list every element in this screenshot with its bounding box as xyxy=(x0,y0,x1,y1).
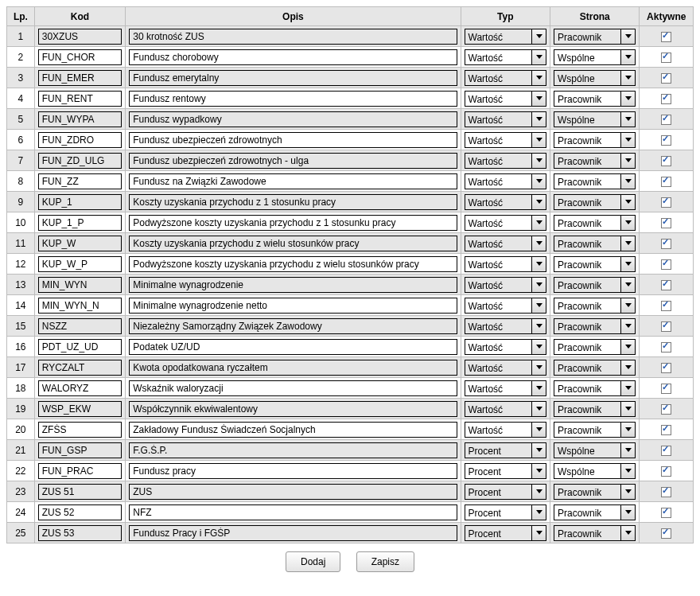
strona-select[interactable]: Pracownik xyxy=(554,153,636,169)
aktywne-checkbox[interactable] xyxy=(661,32,671,42)
chevron-down-icon[interactable] xyxy=(620,443,635,458)
chevron-down-icon[interactable] xyxy=(531,133,546,147)
opis-input[interactable] xyxy=(129,380,457,396)
chevron-down-icon[interactable] xyxy=(531,29,546,44)
aktywne-checkbox[interactable] xyxy=(661,487,671,497)
typ-select[interactable]: Wartość xyxy=(465,298,546,314)
typ-select[interactable]: Wartość xyxy=(465,277,546,293)
opis-input[interactable] xyxy=(129,132,457,148)
typ-select[interactable]: Wartość xyxy=(465,70,546,86)
opis-input[interactable] xyxy=(129,401,457,417)
kod-input[interactable] xyxy=(38,29,122,45)
chevron-down-icon[interactable] xyxy=(620,464,635,478)
chevron-down-icon[interactable] xyxy=(531,278,546,292)
chevron-down-icon[interactable] xyxy=(531,216,546,230)
opis-input[interactable] xyxy=(129,29,457,45)
typ-select[interactable]: Wartość xyxy=(465,194,546,210)
typ-select[interactable]: Wartość xyxy=(465,360,546,376)
chevron-down-icon[interactable] xyxy=(620,195,635,209)
opis-input[interactable] xyxy=(129,318,457,334)
chevron-down-icon[interactable] xyxy=(620,133,635,147)
aktywne-checkbox[interactable] xyxy=(661,466,671,477)
opis-input[interactable] xyxy=(129,215,457,231)
typ-select[interactable]: Wartość xyxy=(465,318,546,334)
opis-input[interactable] xyxy=(129,360,457,376)
opis-input[interactable] xyxy=(129,256,457,272)
chevron-down-icon[interactable] xyxy=(531,505,546,520)
strona-select[interactable]: Pracownik xyxy=(554,484,636,500)
strona-select[interactable]: Wspólne xyxy=(554,463,636,479)
typ-select[interactable]: Procent xyxy=(465,484,546,500)
opis-input[interactable] xyxy=(129,298,457,314)
chevron-down-icon[interactable] xyxy=(531,402,546,416)
chevron-down-icon[interactable] xyxy=(620,381,635,395)
aktywne-checkbox[interactable] xyxy=(661,53,671,63)
aktywne-checkbox[interactable] xyxy=(661,94,671,104)
aktywne-checkbox[interactable] xyxy=(661,73,671,84)
kod-input[interactable] xyxy=(38,318,122,334)
aktywne-checkbox[interactable] xyxy=(661,404,671,415)
chevron-down-icon[interactable] xyxy=(531,257,546,271)
chevron-down-icon[interactable] xyxy=(620,298,635,313)
strona-select[interactable]: Pracownik xyxy=(554,91,636,107)
strona-select[interactable]: Pracownik xyxy=(554,504,636,520)
kod-input[interactable] xyxy=(38,173,122,189)
aktywne-checkbox[interactable] xyxy=(661,384,671,394)
typ-select[interactable]: Wartość xyxy=(465,91,546,107)
strona-select[interactable]: Pracownik xyxy=(554,525,636,541)
chevron-down-icon[interactable] xyxy=(620,278,635,292)
chevron-down-icon[interactable] xyxy=(531,298,546,313)
aktywne-checkbox[interactable] xyxy=(661,342,671,353)
kod-input[interactable] xyxy=(38,49,122,65)
chevron-down-icon[interactable] xyxy=(620,319,635,333)
chevron-down-icon[interactable] xyxy=(531,71,546,85)
chevron-down-icon[interactable] xyxy=(531,236,546,251)
strona-select[interactable]: Pracownik xyxy=(554,215,636,231)
strona-select[interactable]: Wspólne xyxy=(554,442,636,458)
strona-select[interactable]: Pracownik xyxy=(554,339,636,355)
chevron-down-icon[interactable] xyxy=(531,154,546,168)
aktywne-checkbox[interactable] xyxy=(661,321,671,332)
chevron-down-icon[interactable] xyxy=(620,50,635,64)
chevron-down-icon[interactable] xyxy=(531,526,546,540)
aktywne-checkbox[interactable] xyxy=(661,218,671,228)
chevron-down-icon[interactable] xyxy=(620,340,635,354)
aktywne-checkbox[interactable] xyxy=(661,259,671,270)
chevron-down-icon[interactable] xyxy=(620,423,635,437)
strona-select[interactable]: Pracownik xyxy=(554,360,636,376)
typ-select[interactable]: Wartość xyxy=(465,236,546,251)
typ-select[interactable]: Wartość xyxy=(465,401,546,417)
kod-input[interactable] xyxy=(38,484,122,500)
add-button[interactable]: Dodaj xyxy=(286,551,340,572)
strona-select[interactable]: Pracownik xyxy=(554,236,636,251)
aktywne-checkbox[interactable] xyxy=(661,177,671,187)
strona-select[interactable]: Pracownik xyxy=(554,298,636,314)
aktywne-checkbox[interactable] xyxy=(661,528,671,539)
kod-input[interactable] xyxy=(38,194,122,210)
typ-select[interactable]: Wartość xyxy=(465,215,546,231)
strona-select[interactable]: Pracownik xyxy=(554,318,636,334)
kod-input[interactable] xyxy=(38,111,122,127)
kod-input[interactable] xyxy=(38,256,122,272)
chevron-down-icon[interactable] xyxy=(620,526,635,540)
aktywne-checkbox[interactable] xyxy=(661,446,671,456)
typ-select[interactable]: Procent xyxy=(465,463,546,479)
chevron-down-icon[interactable] xyxy=(620,29,635,44)
opis-input[interactable] xyxy=(129,339,457,355)
strona-select[interactable]: Pracownik xyxy=(554,380,636,396)
strona-select[interactable]: Pracownik xyxy=(554,29,636,45)
chevron-down-icon[interactable] xyxy=(531,112,546,127)
opis-input[interactable] xyxy=(129,70,457,86)
chevron-down-icon[interactable] xyxy=(531,340,546,354)
opis-input[interactable] xyxy=(129,153,457,169)
typ-select[interactable]: Procent xyxy=(465,442,546,458)
opis-input[interactable] xyxy=(129,484,457,500)
strona-select[interactable]: Pracownik xyxy=(554,194,636,210)
chevron-down-icon[interactable] xyxy=(620,216,635,230)
aktywne-checkbox[interactable] xyxy=(661,508,671,518)
chevron-down-icon[interactable] xyxy=(620,71,635,85)
aktywne-checkbox[interactable] xyxy=(661,239,671,249)
opis-input[interactable] xyxy=(129,525,457,541)
opis-input[interactable] xyxy=(129,49,457,65)
strona-select[interactable]: Pracownik xyxy=(554,401,636,417)
